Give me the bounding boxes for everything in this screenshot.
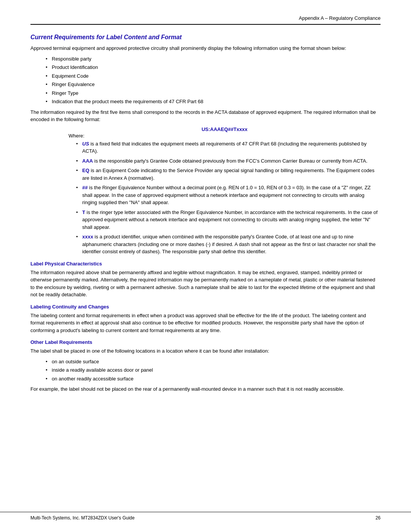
- page: Appendix A – Regulatory Compliance Curre…: [0, 0, 411, 532]
- header-bar: Appendix A – Regulatory Compliance: [30, 15, 381, 25]
- other-label-closing: For example, the label should not be pla…: [30, 385, 381, 393]
- list-item: AAA is the responsible party's Grantee C…: [76, 157, 381, 165]
- label-physical-text: The information required above shall be …: [30, 269, 381, 299]
- other-label-list: on an outside surface inside a readily a…: [46, 358, 381, 383]
- format-item-text-5: is a product identifier, unique when com…: [82, 234, 376, 254]
- where-label: Where:: [68, 133, 381, 139]
- list-item: Responsible party: [46, 55, 381, 63]
- list-item: EQ is an Equipment Code indicating to th…: [76, 167, 381, 182]
- format-item-bold-0: US: [82, 141, 89, 147]
- labeling-continuity-title: Labeling Continuity and Changes: [30, 304, 381, 310]
- other-label-intro: The label shall be placed in one of the …: [30, 347, 381, 355]
- list-item: Indication that the product meets the re…: [46, 98, 381, 105]
- other-label-title: Other Label Requirements: [30, 339, 381, 345]
- list-item: on an outside surface: [46, 358, 381, 366]
- format-item-bold-2: EQ: [82, 168, 89, 173]
- format-item-text-4: is the ringer type letter associated wit…: [82, 209, 378, 230]
- intro-text: Approved terminal equipment and approved…: [30, 45, 381, 52]
- list-item: T is the ringer type letter associated w…: [76, 209, 381, 231]
- footer-right: 26: [376, 515, 381, 521]
- format-item-text-3: is the Ringer Equivalence Number without…: [82, 185, 371, 205]
- acta-text: The information required by the first fi…: [30, 109, 381, 123]
- format-item-bold-1: AAA: [82, 158, 93, 164]
- footer: Multi-Tech Systems, Inc. MT2834ZDX User'…: [0, 512, 411, 521]
- list-item: Equipment Code: [46, 72, 381, 80]
- list-item: Ringer Type: [46, 89, 381, 97]
- main-content: Current Requirements for Label Content a…: [30, 34, 381, 393]
- footer-left: Multi-Tech Systems, Inc. MT2834ZDX User'…: [30, 515, 135, 521]
- list-item: US is a fixed field that indicates the e…: [76, 140, 381, 155]
- list-item: ## is the Ringer Equivalence Number with…: [76, 184, 381, 206]
- format-items-list: US is a fixed field that indicates the e…: [76, 140, 381, 256]
- bullet-list: Responsible party Product Identification…: [46, 55, 381, 105]
- format-item-bold-5: xxxx: [82, 234, 93, 240]
- list-item: inside a readily available access door o…: [46, 366, 381, 374]
- format-item-bold-4: T: [82, 209, 85, 215]
- list-item: on another readily accessible surface: [46, 375, 381, 383]
- format-item-text-1: is the responsible party's Grantee Code …: [93, 158, 367, 164]
- list-item: Product Identification: [46, 64, 381, 71]
- format-item-text-0: is a fixed field that indicates the equi…: [82, 141, 366, 154]
- format-item-text-2: is an Equipment Code indicating to the S…: [82, 168, 374, 181]
- header-title: Appendix A – Regulatory Compliance: [299, 15, 381, 21]
- format-item-bold-3: ##: [82, 185, 88, 190]
- section-title: Current Requirements for Label Content a…: [30, 34, 381, 41]
- list-item: xxxx is a product identifier, unique whe…: [76, 233, 381, 256]
- label-physical-title: Label Physical Characteristics: [30, 261, 381, 267]
- labeling-continuity-text: The labeling content and format requirem…: [30, 312, 381, 334]
- list-item: Ringer Equivalence: [46, 81, 381, 88]
- format-code: US:AAAEQ##Txxxx: [68, 126, 381, 132]
